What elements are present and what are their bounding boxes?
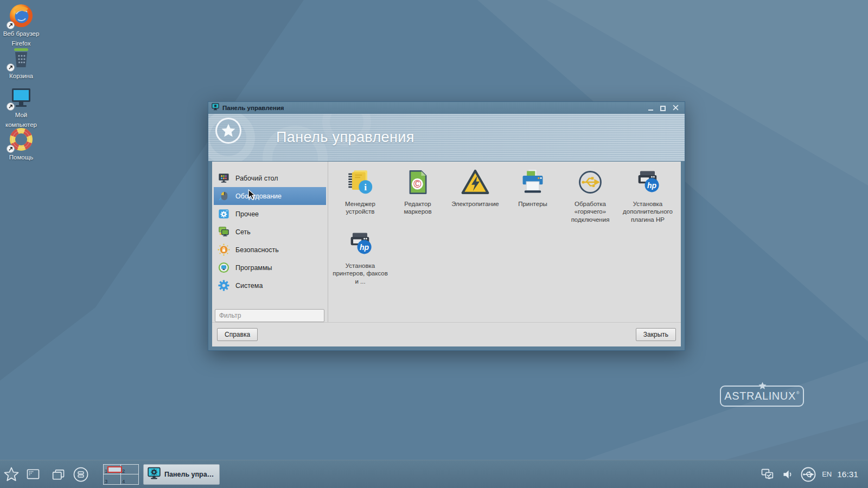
sidebar-item-label: Оборудование: [235, 192, 282, 200]
printer-icon: [519, 167, 547, 197]
desktop: Веб браузер Firefox Корзина: [0, 0, 868, 488]
app-item-label: Обработка «горячего» подключения: [563, 200, 618, 223]
marker-editor-icon: ©: [404, 167, 432, 197]
app-item-label: Менеджер устройств: [333, 200, 388, 216]
window-body: Рабочий стол Оборудование: [212, 162, 681, 346]
sidebar-divider: [328, 162, 328, 322]
app-item-marker-editor[interactable]: © Редактор маркеров: [389, 167, 446, 229]
system-tray: EN 16:31: [760, 466, 868, 483]
desktop-icon-help[interactable]: Помощь: [0, 127, 42, 162]
task-label: Панель упра…: [164, 471, 214, 478]
sidebar-item-label: Рабочий стол: [235, 175, 278, 182]
hardware-category-icon: [217, 190, 230, 203]
file-manager-button[interactable]: [49, 465, 67, 484]
svg-text:i: i: [364, 182, 367, 192]
hp-printer-icon: hp: [634, 167, 662, 197]
shortcut-arrow-icon: [7, 145, 15, 153]
usb-hotplug-icon: [576, 167, 604, 197]
svg-text:©: ©: [413, 178, 422, 190]
desktop-icon-trash[interactable]: Корзина: [0, 46, 42, 80]
window-banner: Панель управления: [208, 114, 685, 161]
desktop-icon-my-computer[interactable]: Мой компьютер: [0, 85, 42, 129]
desktop-icon-firefox[interactable]: Веб браузер Firefox: [0, 3, 42, 48]
shortcut-arrow-icon: [7, 21, 15, 29]
category-sidebar: Рабочий стол Оборудование: [212, 162, 328, 322]
show-desktop-button[interactable]: [24, 465, 42, 484]
desktop-icon-label: Помощь: [0, 153, 42, 162]
workspace-4[interactable]: 4: [121, 474, 138, 484]
workspace-2[interactable]: 2: [121, 465, 138, 474]
workspace-number: 3: [105, 478, 107, 484]
applet-grid: i Менеджер устройств © Редакто: [331, 167, 679, 291]
sidebar-item-desktop[interactable]: Рабочий стол: [214, 169, 326, 187]
workspace-3[interactable]: 3: [104, 474, 121, 484]
app-item-printers[interactable]: Принтеры: [504, 167, 561, 229]
close-button[interactable]: [672, 104, 679, 112]
taskbar-task-control-panel[interactable]: Панель упра…: [143, 464, 220, 485]
close-window-button[interactable]: Закрыть: [636, 328, 676, 341]
app-item-printer-setup[interactable]: hp Установка принтеров, факсов и ...: [331, 229, 389, 291]
app-item-label: Установка дополнительного плагина HP: [620, 200, 675, 223]
shortcut-arrow-icon: [7, 102, 15, 111]
clock[interactable]: 16:31: [837, 470, 858, 479]
maximize-button[interactable]: [659, 104, 667, 112]
app-item-hp-plugin[interactable]: hp Установка дополнительного плагина HP: [619, 167, 676, 229]
pager-window-outline: [107, 466, 122, 473]
sidebar-item-label: Прочее: [235, 210, 259, 218]
sidebar-item-system[interactable]: Система: [214, 277, 326, 294]
desktop-icon-label: Мой: [0, 111, 42, 119]
window-app-icon: [212, 103, 219, 113]
sidebar-item-label: Сеть: [235, 228, 251, 236]
window-title: Панель управления: [222, 105, 647, 111]
svg-text:hp: hp: [647, 181, 657, 190]
sidebar-item-label: Система: [235, 282, 263, 290]
sidebar-item-other[interactable]: Прочее: [214, 205, 326, 223]
workspace-number: 2: [122, 468, 125, 474]
workspace-1[interactable]: 1: [104, 465, 121, 474]
workspace-number: 1: [105, 468, 107, 474]
app-item-label: Установка принтеров, факсов и ...: [333, 262, 388, 285]
desktop-icon-label: Корзина: [0, 72, 42, 80]
astralinux-watermark: ASTRALINUX®: [720, 386, 804, 407]
sidebar-item-label: Безопасность: [235, 246, 279, 254]
filter-input[interactable]: [215, 309, 324, 322]
display-update-icon[interactable]: [760, 467, 775, 482]
start-menu-button[interactable]: [2, 465, 21, 484]
hp-printer-icon: hp: [346, 229, 374, 259]
system-category-icon: [217, 279, 230, 292]
sidebar-item-network[interactable]: Сеть: [214, 223, 326, 241]
banner-title: Панель управления: [276, 114, 414, 161]
app-item-device-manager[interactable]: i Менеджер устройств: [331, 167, 389, 229]
app-drawer-button[interactable]: [72, 465, 90, 484]
usb-tray-icon[interactable]: [800, 466, 816, 483]
sidebar-item-programs[interactable]: Программы: [214, 259, 326, 277]
power-warning-icon: [460, 167, 490, 197]
sidebar-item-label: Программы: [235, 264, 272, 272]
app-item-label: Электропитание: [451, 200, 499, 208]
programs-category-icon: [217, 261, 230, 274]
workspace-number: 4: [122, 478, 125, 484]
app-item-power[interactable]: Электропитание: [446, 167, 504, 229]
desktop-category-icon: [217, 172, 230, 185]
minimize-button[interactable]: [647, 104, 654, 112]
workspace-pager[interactable]: 1 2 3 4: [103, 464, 139, 485]
network-category-icon: [217, 226, 230, 239]
sidebar-item-hardware[interactable]: Оборудование: [214, 187, 326, 205]
astra-star-emblem: [215, 118, 241, 144]
window-footer: Справка Закрыть: [212, 322, 681, 346]
svg-text:hp: hp: [360, 243, 369, 252]
taskbar: 1 2 3 4 Панель упра…: [0, 460, 868, 488]
help-button[interactable]: Справка: [217, 328, 258, 341]
control-panel-window: Панель управления Панель управления: [208, 101, 685, 351]
keyboard-layout-indicator[interactable]: EN: [822, 470, 832, 478]
sidebar-item-security[interactable]: Безопасность: [214, 241, 326, 259]
app-item-hotplug[interactable]: Обработка «горячего» подключения: [561, 167, 619, 229]
security-category-icon: [217, 243, 230, 256]
volume-icon[interactable]: [781, 467, 795, 481]
other-category-icon: [217, 208, 230, 221]
window-titlebar[interactable]: Панель управления: [208, 102, 685, 114]
registered-mark: ®: [796, 390, 800, 395]
shortcut-arrow-icon: [7, 63, 15, 72]
device-manager-icon: i: [346, 167, 374, 197]
desktop-icon-label: Веб браузер: [0, 30, 42, 38]
